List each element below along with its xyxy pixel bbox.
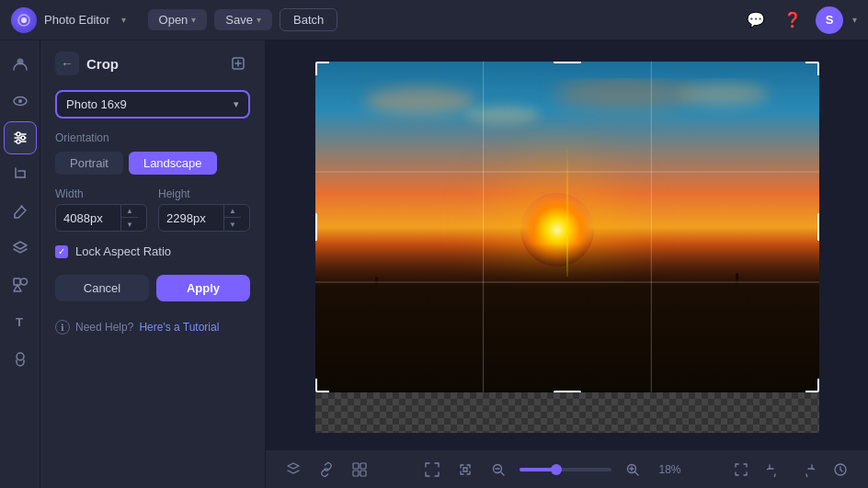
crop-image[interactable] <box>315 62 819 392</box>
zoom-slider[interactable] <box>520 468 611 471</box>
panel-header-left: ← Crop <box>55 51 119 75</box>
svg-rect-11 <box>14 278 20 285</box>
canvas-viewport[interactable] <box>266 40 868 449</box>
lock-aspect-label: Lock Aspect Ratio <box>75 244 171 258</box>
panel-title: Crop <box>86 56 119 72</box>
iconbar-text[interactable]: T <box>4 305 37 338</box>
bottombar-center: 18% <box>383 458 717 482</box>
app-logo[interactable] <box>11 7 37 33</box>
bottombar-left <box>280 457 372 482</box>
cancel-button[interactable]: Cancel <box>55 275 149 301</box>
iconbar-paint[interactable] <box>4 195 37 228</box>
lock-aspect-row: ✓ Lock Aspect Ratio <box>55 244 250 258</box>
orientation-buttons: Portrait Landscape <box>55 152 250 175</box>
height-up-button[interactable]: ▲ <box>224 205 241 218</box>
iconbar-crop-tool[interactable] <box>4 158 37 191</box>
orientation-label: Orientation <box>55 131 250 144</box>
crop-edge-right[interactable] <box>817 213 819 241</box>
layers-bottom-icon[interactable] <box>280 457 306 482</box>
zoom-out-button[interactable] <box>486 458 510 482</box>
batch-button[interactable]: Batch <box>280 8 337 31</box>
width-spinners: ▲ ▼ <box>120 205 138 231</box>
fit-to-screen-button[interactable] <box>420 458 444 482</box>
dimensions-row: Width ▲ ▼ Height ▲ ▼ <box>55 187 250 232</box>
iconbar-adjustments[interactable] <box>4 121 37 154</box>
height-label: Height <box>158 187 250 200</box>
preset-label: Photo 16x9 <box>66 97 127 111</box>
crop-corner-br[interactable] <box>805 379 819 392</box>
preset-dropdown[interactable]: Photo 16x9 ▾ <box>55 90 250 119</box>
iconbar-shapes[interactable] <box>4 268 37 301</box>
image-container <box>315 62 819 429</box>
svg-rect-23 <box>360 471 366 476</box>
dropdown-chevron-icon: ▾ <box>234 98 239 110</box>
crop-corner-tl[interactable] <box>315 62 329 75</box>
grid-bottom-icon[interactable] <box>347 457 372 482</box>
iconbar-stamp[interactable] <box>4 342 37 375</box>
width-input-wrap: ▲ ▼ <box>55 204 147 232</box>
svg-line-30 <box>634 471 638 475</box>
avatar-chevron-icon[interactable]: ▾ <box>852 15 857 25</box>
help-link[interactable]: Here's a Tutorial <box>139 321 219 334</box>
app-name: Photo Editor <box>44 13 110 27</box>
back-button[interactable]: ← <box>55 51 79 75</box>
history-button[interactable] <box>828 457 853 482</box>
svg-point-8 <box>17 132 20 136</box>
lock-aspect-checkbox[interactable]: ✓ <box>55 245 68 258</box>
avatar[interactable]: S <box>816 6 843 34</box>
landscape-button[interactable]: Landscape <box>129 152 217 175</box>
save-button[interactable]: Save ▾ <box>214 9 272 30</box>
height-input-wrap: ▲ ▼ <box>158 204 250 232</box>
portrait-button[interactable]: Portrait <box>55 152 123 175</box>
svg-rect-21 <box>360 463 366 469</box>
help-icon-button[interactable]: ❓ <box>779 6 806 34</box>
height-group: Height ▲ ▼ <box>158 187 250 232</box>
svg-line-26 <box>500 471 504 475</box>
below-crop-area <box>315 392 819 433</box>
action-buttons: Cancel Apply <box>55 275 250 301</box>
height-down-button[interactable]: ▼ <box>224 218 241 231</box>
open-chevron-icon: ▾ <box>191 15 196 25</box>
topbar: Photo Editor ▾ Open ▾ Save ▾ Batch 💬 ❓ S… <box>0 0 868 40</box>
open-button[interactable]: Open ▾ <box>148 9 208 30</box>
link-bottom-icon[interactable] <box>314 457 339 482</box>
crop-edge-left[interactable] <box>315 213 317 241</box>
crop-panel: ← Crop Photo 16x9 ▾ Orientation Portrait… <box>40 40 266 488</box>
iconbar-layers[interactable] <box>4 232 37 265</box>
width-group: Width ▲ ▼ <box>55 187 147 232</box>
svg-point-9 <box>21 136 25 140</box>
help-info-icon: ℹ <box>55 320 70 335</box>
zoom-slider-thumb[interactable] <box>551 464 562 475</box>
iconbar: T <box>0 40 40 488</box>
panel-header: ← Crop <box>55 51 250 75</box>
screenshot-button[interactable] <box>728 457 754 482</box>
crop-corner-bl[interactable] <box>315 379 329 392</box>
main-content: T ← Crop Photo 16x9 <box>0 40 868 488</box>
undo-button[interactable] <box>761 457 787 482</box>
iconbar-eye[interactable] <box>4 85 37 118</box>
svg-point-4 <box>18 99 22 103</box>
crop-edge-top[interactable] <box>554 62 581 63</box>
panel-save-preset-icon[interactable] <box>226 51 250 75</box>
crop-corner-tr[interactable] <box>805 62 819 75</box>
svg-text:T: T <box>16 315 23 329</box>
svg-rect-22 <box>353 471 359 476</box>
help-row: ℹ Need Help? Here's a Tutorial <box>55 320 250 335</box>
svg-point-12 <box>20 278 27 285</box>
crop-edge-bottom[interactable] <box>554 391 581 392</box>
chat-icon-button[interactable]: 💬 <box>742 6 770 34</box>
topbar-right: 💬 ❓ S ▾ <box>742 6 857 34</box>
iconbar-profile[interactable] <box>4 48 37 81</box>
help-text: Need Help? <box>75 321 133 334</box>
zoom-in-button[interactable] <box>621 458 645 482</box>
width-down-button[interactable]: ▼ <box>121 218 138 231</box>
apply-button[interactable]: Apply <box>156 275 250 301</box>
svg-point-1 <box>21 17 27 23</box>
zoom-to-fit-button[interactable] <box>453 458 477 482</box>
height-input[interactable] <box>159 207 223 230</box>
redo-button[interactable] <box>794 457 820 482</box>
width-input[interactable] <box>56 207 120 230</box>
width-up-button[interactable]: ▲ <box>121 205 138 218</box>
app-chevron-icon[interactable]: ▾ <box>121 15 126 25</box>
svg-rect-20 <box>353 463 359 469</box>
